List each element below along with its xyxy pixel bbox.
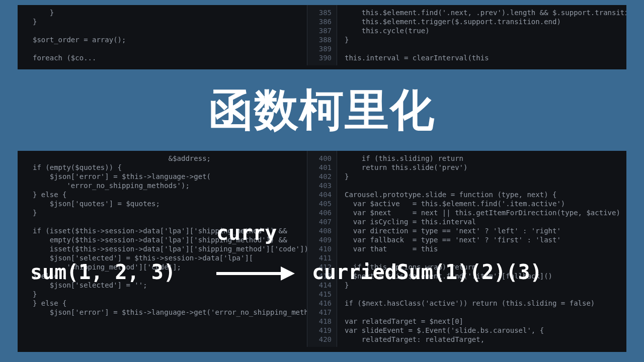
title-band: 函数柯里化 (0, 69, 644, 151)
line-numbers-bottom: 400 401 402 403 404 405 406 407 408 409 … (307, 151, 337, 347)
line-numbers-top: 385 386 387 388 389 390 (307, 5, 337, 65)
code-top-right: this.$element.find('.next, .prev').lengt… (340, 5, 621, 65)
code-top-left: } } $sort_order = array(); foreach ($co.… (28, 5, 299, 65)
code-bottom-right: if (this.sliding) return return this.sli… (340, 151, 621, 347)
code-bottom-left: &$address; if (empty($quotes)) { $json['… (28, 151, 299, 320)
code-panel-bottom: &$address; if (empty($quotes)) { $json['… (18, 151, 626, 352)
page-title: 函数柯里化 (209, 80, 435, 140)
code-panel-top: } } $sort_order = array(); foreach ($co.… (18, 5, 626, 69)
